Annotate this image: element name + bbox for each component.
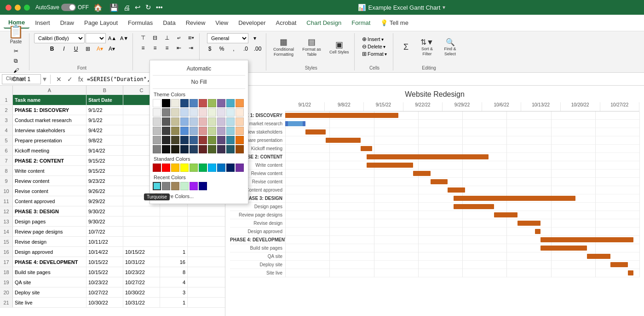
menu-review[interactable]: Review	[181, 18, 210, 28]
menu-insert[interactable]: Insert	[30, 18, 55, 28]
standard-color-swatch[interactable]	[190, 164, 198, 172]
standard-color-swatch[interactable]	[236, 164, 244, 172]
theme-color-swatch[interactable]	[208, 127, 216, 135]
theme-color-swatch[interactable]	[180, 136, 189, 144]
cell-task-name[interactable]: Deploy site	[13, 287, 86, 298]
theme-color-swatch[interactable]	[162, 117, 170, 126]
theme-color-swatch[interactable]	[199, 127, 207, 135]
cell-start-date[interactable]: Start Date	[86, 95, 123, 105]
insert-function-btn[interactable]: fx	[76, 75, 85, 84]
cell-duration[interactable]: 1	[160, 247, 188, 257]
theme-color-swatch[interactable]	[153, 117, 161, 126]
theme-color-swatch[interactable]	[199, 108, 207, 117]
theme-color-swatch[interactable]	[153, 136, 161, 144]
cell-start-date[interactable]: 9/26/22	[86, 186, 123, 196]
save-icon[interactable]: 💾	[109, 3, 119, 12]
cell-start-date[interactable]: 10/11/22	[86, 237, 123, 247]
menu-developer[interactable]: Developer	[234, 18, 270, 28]
cell-task-name[interactable]: PHASE 1: DISCOVERY	[13, 105, 86, 115]
align-bottom-btn[interactable]: ⊥	[161, 33, 172, 42]
theme-color-swatch[interactable]	[190, 127, 198, 135]
theme-color-swatch[interactable]	[208, 117, 216, 126]
font-size-select[interactable]: 11	[86, 33, 106, 43]
cell-task-name[interactable]: QA site	[13, 277, 86, 287]
percent-btn[interactable]: %	[216, 44, 227, 53]
menu-format[interactable]: Format	[347, 18, 375, 28]
theme-color-swatch[interactable]	[236, 117, 244, 126]
theme-color-swatch[interactable]	[199, 117, 207, 126]
theme-color-swatch[interactable]	[171, 117, 179, 126]
theme-color-swatch[interactable]	[217, 136, 225, 144]
decrease-decimal-btn[interactable]: .0	[240, 44, 251, 53]
theme-color-swatch[interactable]	[236, 99, 244, 107]
recent-color-swatch[interactable]	[199, 182, 207, 190]
cut-button[interactable]: ✂	[11, 47, 22, 56]
theme-color-swatch[interactable]	[208, 99, 216, 107]
theme-color-swatch[interactable]	[217, 127, 225, 135]
theme-color-swatch[interactable]	[180, 117, 189, 126]
cell-styles-btn[interactable]: ▣ Cell Styles	[327, 38, 351, 56]
standard-color-swatch[interactable]	[217, 164, 225, 172]
theme-color-swatch[interactable]	[226, 127, 235, 135]
cell-task-name[interactable]: Task name	[13, 95, 86, 105]
theme-color-swatch[interactable]	[180, 145, 189, 153]
menu-acrobat[interactable]: Acrobat	[271, 18, 301, 28]
cell-task-name[interactable]: Design approved	[13, 247, 86, 257]
cell-task-name[interactable]: Design pages	[13, 217, 86, 227]
cell-start-date[interactable]: 9/4/22	[86, 125, 123, 135]
theme-color-swatch[interactable]	[190, 117, 198, 126]
name-box-dropdown[interactable]: ▾	[43, 75, 46, 83]
theme-color-swatch[interactable]	[180, 127, 189, 135]
cell-start-date[interactable]: 9/23/22	[86, 176, 123, 186]
theme-color-swatch[interactable]	[208, 145, 216, 153]
redo-icon[interactable]: ↻	[145, 3, 151, 12]
cell-end-date[interactable]: 10/27/22	[123, 277, 160, 287]
autosave-toggle[interactable]	[61, 4, 76, 11]
bold-btn[interactable]: B	[46, 44, 58, 53]
number-format-more-btn[interactable]: ▾	[249, 34, 260, 43]
theme-color-swatch[interactable]	[190, 108, 198, 117]
wrap-text-btn[interactable]: ↵	[173, 33, 184, 42]
cell-end-date[interactable]	[123, 217, 160, 227]
menu-view[interactable]: View	[211, 18, 233, 28]
decrease-indent-btn[interactable]: ⇤	[173, 43, 184, 53]
theme-color-swatch[interactable]	[226, 99, 235, 107]
theme-color-swatch[interactable]	[199, 99, 207, 107]
standard-color-swatch[interactable]	[180, 164, 189, 172]
theme-color-swatch[interactable]	[226, 136, 235, 144]
standard-color-swatch[interactable]	[171, 164, 179, 172]
copy-button[interactable]: ⧉	[11, 56, 22, 65]
cell-task-name[interactable]: Prepare presentation	[13, 135, 86, 146]
theme-color-swatch[interactable]	[162, 99, 170, 107]
theme-color-swatch[interactable]	[153, 108, 161, 117]
cell-task-name[interactable]: Review content	[13, 176, 86, 186]
cell-duration[interactable]: 3	[160, 287, 188, 298]
cell-start-date[interactable]: 9/30/22	[86, 206, 123, 217]
cell-task-name[interactable]: Conduct market research	[13, 115, 86, 125]
theme-color-swatch[interactable]	[153, 127, 161, 135]
cell-end-date[interactable]: 10/15/22	[123, 247, 160, 257]
theme-color-swatch[interactable]	[162, 108, 170, 117]
formula-confirm-btn[interactable]: ✓	[65, 75, 75, 84]
cell-duration[interactable]: 8	[160, 267, 188, 277]
no-fill-btn[interactable]: No Fill	[153, 76, 245, 88]
format-painter-button[interactable]: 🖌	[11, 66, 22, 75]
theme-color-swatch[interactable]	[236, 136, 244, 144]
cell-duration[interactable]	[160, 217, 188, 227]
format-as-table-btn[interactable]: ▤ Format as Table	[299, 35, 324, 59]
cell-task-name[interactable]: Revise design	[13, 237, 86, 247]
cell-task-name[interactable]: PHASE 4: DEVELOPMENT	[13, 257, 86, 267]
cell-end-date[interactable]: 10/31/22	[123, 257, 160, 267]
cell-start-date[interactable]: 9/29/22	[86, 196, 123, 206]
cell-task-name[interactable]: Site live	[13, 298, 86, 308]
align-middle-btn[interactable]: ⊟	[150, 33, 161, 42]
paste-button[interactable]: 📋 Paste	[6, 23, 26, 46]
recent-color-swatch[interactable]	[190, 182, 198, 190]
gantt-bar-handle-right[interactable]	[303, 121, 305, 126]
theme-color-swatch[interactable]	[171, 99, 179, 107]
border-btn[interactable]: ⊞	[82, 44, 93, 53]
recent-color-swatch[interactable]	[162, 182, 170, 190]
more-icon[interactable]: •••	[156, 4, 163, 11]
close-btn[interactable]	[6, 5, 12, 11]
fill-color-btn[interactable]: A▾	[94, 44, 105, 53]
